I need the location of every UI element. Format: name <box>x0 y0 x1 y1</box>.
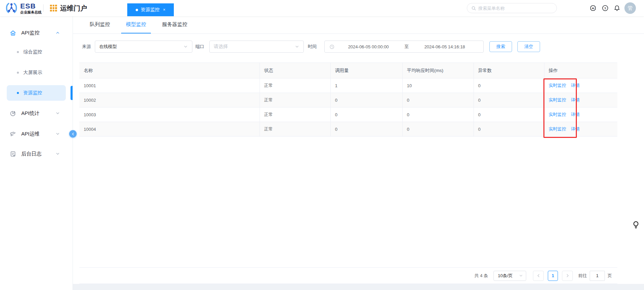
chevron-left-icon <box>71 132 75 136</box>
column-header: 状态 <box>260 63 330 78</box>
table-row: 10001正常1100实时监控详情 <box>79 78 617 93</box>
chevron-down-icon <box>55 131 60 136</box>
table-cell: 0 <box>474 122 544 137</box>
help-icon[interactable]: ? <box>602 5 609 11</box>
time-range-picker[interactable]: 2024-06-05 00:00:00 至 2024-06-05 14:16:1… <box>324 41 484 53</box>
time-start-value[interactable]: 2024-06-05 00:00:00 <box>334 44 402 49</box>
logo-subtitle: 企业服务总线 <box>20 10 42 14</box>
sidebar-item-big-screen[interactable]: 大屏展示 <box>0 65 73 80</box>
next-page-button[interactable] <box>562 271 573 281</box>
pie-chart-icon <box>10 110 16 117</box>
user-avatar[interactable]: 管 <box>624 2 636 14</box>
search-icon <box>471 6 476 11</box>
app-window: ESB 企业服务总线 运维门户 资源监控 × AI <box>0 0 644 290</box>
table-cell: 0 <box>474 107 544 122</box>
open-page-tab-label: 资源监控 <box>141 7 160 13</box>
filter-bar: 来源 在线模型 端口 请选择 时间 2024-06-05 00:00:00 至 … <box>73 41 644 53</box>
notification-bell-icon[interactable] <box>614 5 620 11</box>
table-cell: 正常 <box>260 122 330 137</box>
realtime-monitor-link[interactable]: 实时监控 <box>549 83 566 88</box>
realtime-monitor-link[interactable]: 实时监控 <box>549 112 566 117</box>
tab-close-icon[interactable]: × <box>163 7 165 12</box>
table-body: 10001正常1100实时监控详情10002正常000实时监控详情10003正常… <box>79 78 617 137</box>
table-cell: 正常 <box>260 93 330 107</box>
sidebar-item-comprehensive-monitor[interactable]: 综合监控 <box>0 44 73 60</box>
menu-search-input[interactable] <box>478 6 553 11</box>
total-count-text: 共 4 条 <box>475 273 488 279</box>
detail-link[interactable]: 详情 <box>571 97 580 102</box>
pagination-bar: 共 4 条 10条/页 1 前往 页 <box>79 267 617 284</box>
chevron-up-icon <box>55 30 60 35</box>
sidebar-item-resource-monitor[interactable]: 资源监控 <box>7 85 66 101</box>
table-row: 10002正常000实时监控详情 <box>79 93 617 107</box>
table-cell: 10 <box>402 78 474 93</box>
monitor-camera-icon <box>10 131 16 137</box>
portal-title-block: 运维门户 <box>50 0 87 16</box>
sidebar-item-api-statistics[interactable]: API统计 <box>0 105 73 121</box>
tab-queue-monitor[interactable]: 队列监控 <box>85 16 115 33</box>
time-end-value[interactable]: 2024-06-05 14:16:18 <box>411 44 479 49</box>
column-header: 平均响应时间(ms) <box>402 63 474 78</box>
table-cell: 0 <box>330 122 402 137</box>
table-cell-actions: 实时监控详情 <box>544 78 617 93</box>
bullet-icon <box>17 72 19 74</box>
realtime-monitor-link[interactable]: 实时监控 <box>549 126 566 131</box>
sidebar-collapse-toggle[interactable] <box>69 130 77 138</box>
table-cell: 10001 <box>79 78 260 93</box>
table-cell: 1 <box>330 78 402 93</box>
tab-model-monitor[interactable]: 模型监控 <box>121 16 151 33</box>
svg-text:?: ? <box>604 6 606 10</box>
sidebar-item-backend-logs[interactable]: 后台日志 <box>0 146 73 162</box>
detail-link[interactable]: 详情 <box>571 126 580 131</box>
port-select[interactable]: 请选择 <box>209 41 304 53</box>
tab-server-monitor[interactable]: 服务器监控 <box>157 16 192 33</box>
home-icon <box>10 30 16 36</box>
sidebar-item-label: API运维 <box>21 131 39 137</box>
source-select-value: 在线模型 <box>99 44 183 50</box>
table-cell: 10004 <box>79 122 260 137</box>
sidebar-subitem-label: 大屏展示 <box>23 70 42 76</box>
open-page-tab[interactable]: 资源监控 × <box>127 3 174 16</box>
port-label: 端口 <box>195 44 205 50</box>
detail-link[interactable]: 详情 <box>571 112 580 117</box>
main-content: 队列监控 模型监控 服务器监控 来源 在线模型 端口 请选择 时间 2024-0… <box>73 16 644 290</box>
table-row: 10003正常000实时监控详情 <box>79 107 617 122</box>
page-size-select[interactable]: 10条/页 <box>493 271 526 281</box>
chevron-down-icon <box>183 44 188 49</box>
page-size-value: 10条/页 <box>498 273 519 279</box>
content-tabs: 队列监控 模型监控 服务器监控 <box>73 16 644 34</box>
table-cell: 正常 <box>260 78 330 93</box>
table-header-row: 名称状态调用量平均响应时间(ms)异常数操作 <box>79 63 617 78</box>
detail-link[interactable]: 详情 <box>571 83 580 88</box>
chevron-down-icon <box>295 44 299 49</box>
ai-assistant-icon[interactable]: AI <box>590 5 596 11</box>
bottom-strip <box>73 284 644 290</box>
page-number-button[interactable]: 1 <box>548 271 558 281</box>
previous-page-button[interactable] <box>533 271 544 281</box>
search-button[interactable]: 搜索 <box>489 41 512 52</box>
model-monitor-table: 名称状态调用量平均响应时间(ms)异常数操作 10001正常1100实时监控详情… <box>79 63 617 137</box>
column-header: 调用量 <box>330 63 402 78</box>
page-unit-label: 页 <box>608 273 612 279</box>
lightbulb-icon[interactable] <box>633 221 640 230</box>
sidebar-item-api-monitor[interactable]: API监控 <box>0 25 73 41</box>
sidebar-subitem-label: 资源监控 <box>23 90 42 96</box>
table-cell: 0 <box>402 93 474 107</box>
chevron-down-icon <box>55 111 60 116</box>
clear-button[interactable]: 清空 <box>517 41 540 52</box>
menu-search-box[interactable] <box>467 3 557 13</box>
time-label: 时间 <box>308 44 317 50</box>
source-label: 来源 <box>82 44 91 50</box>
table-row: 10004正常000实时监控详情 <box>79 122 617 137</box>
source-select[interactable]: 在线模型 <box>95 41 192 53</box>
sidebar-subitem-label: 综合监控 <box>23 49 42 55</box>
goto-page-input[interactable] <box>590 271 605 281</box>
svg-text:AI: AI <box>592 7 594 10</box>
sidebar-item-api-operations[interactable]: API运维 <box>0 126 73 142</box>
table-cell-actions: 实时监控详情 <box>544 122 617 137</box>
table-cell-actions: 实时监控详情 <box>544 107 617 122</box>
chevron-right-icon <box>565 273 570 278</box>
chevron-down-icon <box>55 151 60 156</box>
realtime-monitor-link[interactable]: 实时监控 <box>549 97 566 102</box>
goto-label: 前往 <box>578 273 587 279</box>
